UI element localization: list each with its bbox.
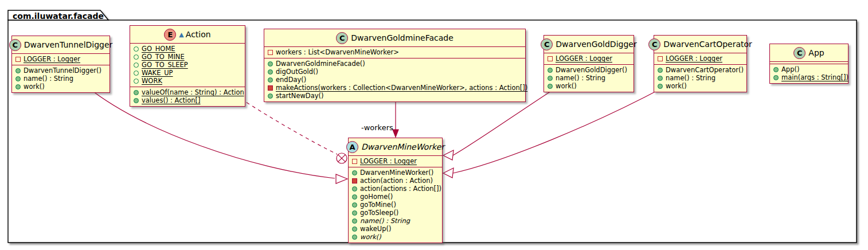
method-row: startNewDay(): [268, 92, 522, 100]
class-name: DwarvenCartOperator: [663, 40, 752, 49]
method-row: work(): [548, 82, 630, 90]
class-dwarven-mine-worker: ADwarvenMineWorkerLOGGER : LoggerDwarven…: [348, 138, 443, 243]
fields-section: LOGGER : Logger: [654, 53, 746, 65]
fields-section: LOGGER : Logger: [544, 53, 634, 65]
fields-section: LOGGER : Logger: [349, 156, 442, 167]
member-text: work(): [24, 83, 45, 91]
field-row: WAKE_UP: [134, 69, 241, 77]
method-row: digOutGold(): [268, 68, 522, 76]
public-field-icon: [134, 54, 139, 60]
member-text: GO_HOME: [142, 45, 175, 53]
field-row: workers : List<DwarvenMineWorker>: [268, 48, 522, 56]
public-method-icon: [352, 194, 357, 200]
class-action: E▲ActionGO_HOMEGO_TO_MINEGO_TO_SLEEPWAKE…: [130, 25, 245, 107]
member-text: action(actions : Action[]): [360, 185, 441, 193]
public-method-icon: [268, 61, 273, 67]
class-dwarven-gold-digger: CDwarvenGoldDiggerLOGGER : LoggerDwarven…: [544, 35, 634, 92]
method-row: App(): [773, 65, 844, 73]
member-text: wakeUp(): [360, 225, 391, 233]
member-text: action(action : Action): [360, 177, 433, 185]
method-row: valueOf(name : String) : Action: [134, 88, 241, 96]
public-field-icon: [134, 46, 139, 52]
public-method-icon: [352, 226, 357, 232]
class-title: CApp: [770, 44, 848, 62]
member-text: LOGGER : Logger: [24, 55, 80, 63]
public-method-icon: [773, 75, 779, 80]
method-row: DwarvenCartOperator(): [658, 66, 743, 74]
workers-edge-label: -workers: [361, 123, 393, 132]
member-text: digOutGold(): [276, 68, 318, 76]
public-method-icon: [134, 98, 139, 103]
method-row: DwarvenMineWorker(): [352, 169, 439, 177]
public-method-icon: [15, 76, 21, 81]
member-text: DwarvenMineWorker(): [360, 169, 433, 177]
method-row: DwarvenTunnelDigger(): [15, 67, 106, 75]
class-name: Action: [186, 30, 211, 39]
enum-letter-icon: E: [164, 29, 176, 41]
field-row: GO_HOME: [134, 45, 241, 53]
member-text: GO_TO_MINE: [142, 53, 185, 61]
methods-section: valueOf(name : String) : Actionvalues() …: [130, 87, 245, 106]
uml-class-diagram: com.iluwatar.facade CDwarvenTunnelDigger…: [0, 0, 868, 250]
public-method-icon: [352, 202, 357, 208]
public-method-icon: [548, 68, 553, 73]
public-method-icon: [548, 76, 553, 81]
field-row: LOGGER : Logger: [352, 157, 439, 165]
member-text: WAKE_UP: [142, 69, 173, 77]
public-method-icon: [15, 84, 21, 89]
class-letter-icon: C: [9, 39, 21, 51]
member-text: goHome(): [360, 193, 393, 201]
public-method-icon: [352, 186, 357, 192]
methods-section: App()main(args : String[]): [770, 64, 848, 83]
member-text: startNewDay(): [276, 92, 324, 100]
method-row: goToMine(): [352, 201, 439, 209]
member-text: name() : String: [360, 217, 410, 225]
method-row: goHome(): [352, 193, 439, 201]
fields-section: workers : List<DwarvenMineWorker>: [264, 47, 525, 58]
method-row: main(args : String[]): [773, 73, 844, 81]
class-name: DwarvenGoldmineFacade: [351, 33, 453, 42]
member-text: work(): [666, 82, 687, 90]
member-text: work(): [556, 82, 577, 90]
public-field-icon: [134, 71, 139, 76]
public-method-icon: [352, 235, 357, 240]
class-letter-icon: C: [336, 32, 348, 44]
class-letter-icon: C: [541, 38, 553, 50]
method-row: action(action : Action): [352, 177, 439, 185]
public-method-icon: [268, 77, 273, 83]
method-row: action(actions : Action[]): [352, 185, 439, 193]
class-app: CAppApp()main(args : String[]): [769, 44, 849, 84]
public-field-icon: [134, 62, 139, 68]
method-row: DwarvenGoldDigger(): [548, 66, 630, 74]
class-name: DwarvenMineWorker: [361, 142, 444, 151]
member-text: valueOf(name : String) : Action: [142, 88, 244, 96]
class-dwarven-tunnel-digger: CDwarvenTunnelDiggerLOGGER : LoggerDwarv…: [11, 36, 110, 93]
private-field-icon: [658, 56, 663, 61]
member-text: LOGGER : Logger: [666, 54, 722, 62]
method-row: endDay(): [268, 76, 522, 84]
class-title: CDwarvenGoldDigger: [544, 36, 634, 53]
private-field-icon: [268, 50, 273, 55]
method-row: goToSleep(): [352, 209, 439, 217]
method-row: name() : String: [658, 74, 743, 82]
class-letter-icon: C: [793, 47, 806, 59]
class-title: CDwarvenGoldmineFacade: [264, 29, 525, 47]
member-text: GO_TO_SLEEP: [142, 61, 188, 69]
public-method-icon: [268, 93, 273, 99]
field-row: GO_TO_MINE: [134, 53, 241, 61]
private-field-icon: [15, 57, 21, 62]
method-row: name() : String: [352, 217, 439, 225]
member-text: work(): [360, 233, 381, 241]
abstract-letter-icon: A: [346, 141, 358, 153]
class-boxes: CDwarvenTunnelDiggerLOGGER : LoggerDwarv…: [0, 0, 868, 250]
member-text: values() : Action[]: [142, 96, 201, 104]
method-row: DwarvenGoldmineFacade(): [268, 60, 522, 68]
methods-section: DwarvenTunnelDigger()name() : Stringwork…: [12, 65, 110, 92]
member-text: goToSleep(): [360, 209, 398, 217]
member-text: WORK: [142, 77, 162, 85]
field-row: LOGGER : Logger: [658, 54, 743, 62]
public-method-icon: [134, 90, 139, 95]
class-name: App: [808, 48, 824, 57]
member-text: DwarvenGoldmineFacade(): [276, 60, 365, 68]
class-name: DwarvenGoldDigger: [556, 40, 636, 49]
